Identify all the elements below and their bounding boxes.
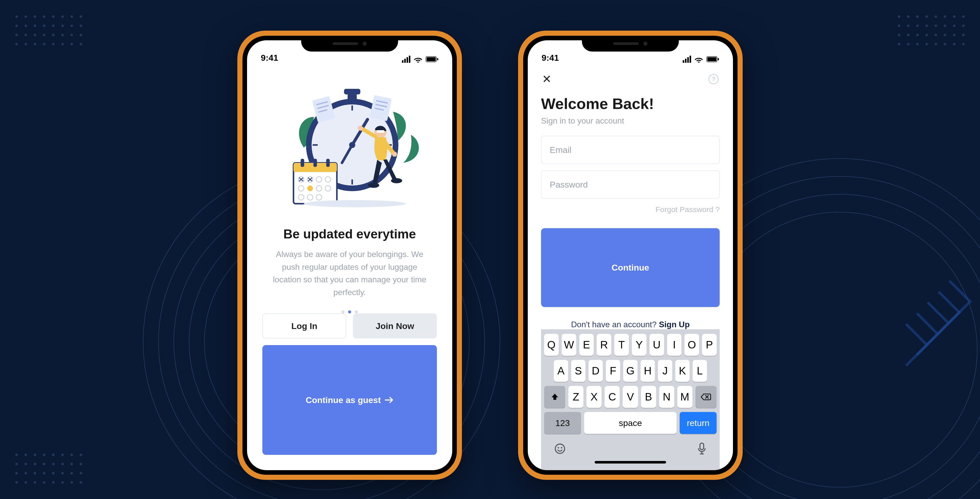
key-b[interactable]: B [641, 386, 656, 408]
onboarding-title: Be updated everytime [283, 226, 416, 241]
key-j[interactable]: J [658, 360, 672, 382]
numbers-key[interactable]: 123 [544, 412, 581, 434]
wifi-icon [694, 56, 703, 62]
home-indicator [595, 461, 666, 464]
email-field[interactable] [541, 136, 720, 164]
page-indicator [342, 310, 358, 313]
decor-dots-bl [15, 454, 82, 484]
join-now-button[interactable]: Join Now [353, 313, 437, 338]
phone-notch [582, 36, 679, 51]
signup-line: Don't have an account? Sign Up [541, 320, 720, 329]
key-z[interactable]: Z [568, 386, 584, 408]
login-subtitle: Sign in to your account [541, 116, 720, 126]
svg-rect-26 [326, 159, 330, 167]
close-icon[interactable]: ✕ [542, 73, 552, 85]
return-key[interactable]: return [679, 412, 717, 434]
key-a[interactable]: A [554, 360, 568, 382]
key-r[interactable]: R [597, 334, 611, 356]
svg-rect-43 [377, 130, 384, 133]
join-now-button-label: Join Now [375, 321, 414, 331]
key-p[interactable]: P [702, 334, 717, 356]
mic-icon [697, 443, 706, 455]
continue-guest-label: Continue as guest [306, 395, 381, 405]
forgot-password-link[interactable]: Forgot Password ? [541, 205, 720, 214]
svg-rect-51 [718, 58, 719, 61]
shift-key[interactable] [544, 386, 565, 408]
key-d[interactable]: D [589, 360, 603, 382]
signup-link[interactable]: Sign Up [659, 320, 690, 329]
decor-dots-tl [15, 15, 82, 45]
key-h[interactable]: H [641, 360, 655, 382]
key-u[interactable]: U [649, 334, 664, 356]
signal-icon [402, 56, 410, 63]
svg-rect-5 [348, 94, 357, 102]
arrow-right-icon [385, 397, 393, 403]
onboarding-illustration [278, 81, 421, 209]
svg-rect-2 [437, 58, 438, 61]
signal-icon [682, 56, 691, 63]
key-e[interactable]: E [579, 334, 594, 356]
key-g[interactable]: G [623, 360, 638, 382]
wifi-icon [414, 56, 423, 62]
svg-point-46 [358, 126, 363, 131]
key-l[interactable]: L [693, 360, 707, 382]
continue-guest-button[interactable]: Continue as guest [262, 345, 437, 455]
status-time: 9:41 [542, 53, 559, 63]
svg-rect-1 [427, 57, 436, 61]
key-o[interactable]: O [684, 334, 699, 356]
svg-point-53 [558, 447, 559, 449]
svg-point-52 [555, 444, 565, 454]
backspace-key[interactable] [695, 386, 717, 408]
phone-onboarding: 9:41 [237, 30, 462, 480]
svg-point-54 [561, 447, 563, 449]
svg-rect-50 [708, 57, 717, 61]
phone-notch [301, 36, 398, 51]
phone-login: 9:41 ✕ ? Welcome Back! Sign [518, 30, 743, 480]
svg-rect-24 [301, 159, 304, 167]
key-f[interactable]: F [606, 360, 620, 382]
continue-button[interactable]: Continue [541, 228, 720, 307]
key-k[interactable]: K [675, 360, 690, 382]
key-x[interactable]: X [587, 386, 601, 408]
login-title: Welcome Back! [541, 95, 720, 113]
login-button[interactable]: Log In [262, 313, 346, 338]
svg-rect-25 [313, 159, 317, 167]
help-icon[interactable]: ? [708, 74, 719, 84]
decor-dots-tr [898, 15, 965, 45]
key-c[interactable]: C [605, 386, 620, 408]
key-n[interactable]: N [659, 386, 674, 408]
battery-icon [426, 56, 438, 62]
shift-icon [550, 392, 559, 401]
mic-key[interactable] [697, 443, 706, 455]
key-w[interactable]: W [562, 334, 576, 356]
key-i[interactable]: I [667, 334, 682, 356]
continue-button-label: Continue [611, 263, 649, 273]
space-key[interactable]: space [584, 412, 676, 434]
emoji-key[interactable] [554, 443, 566, 454]
key-s[interactable]: S [571, 360, 585, 382]
login-button-label: Log In [291, 321, 318, 331]
battery-icon [706, 56, 719, 62]
key-m[interactable]: M [677, 386, 692, 408]
key-q[interactable]: Q [544, 334, 558, 356]
signup-prefix: Don't have an account? [571, 320, 659, 329]
ios-keyboard: QWERTYUIOP ASDFGHJKL ZXCVBNM [541, 329, 720, 470]
key-y[interactable]: Y [632, 334, 646, 356]
svg-point-47 [392, 151, 397, 157]
password-field[interactable] [541, 171, 720, 199]
backspace-icon [701, 393, 711, 401]
svg-rect-55 [700, 443, 704, 450]
emoji-icon [554, 443, 566, 454]
svg-point-48 [304, 200, 406, 207]
svg-point-45 [391, 178, 402, 183]
key-t[interactable]: T [614, 334, 629, 356]
svg-rect-6 [344, 89, 360, 94]
onboarding-description: Always be aware of your belongings. We p… [270, 248, 429, 299]
svg-point-37 [307, 186, 313, 191]
svg-point-44 [368, 183, 379, 188]
key-v[interactable]: V [623, 386, 638, 408]
status-time: 9:41 [261, 53, 278, 63]
